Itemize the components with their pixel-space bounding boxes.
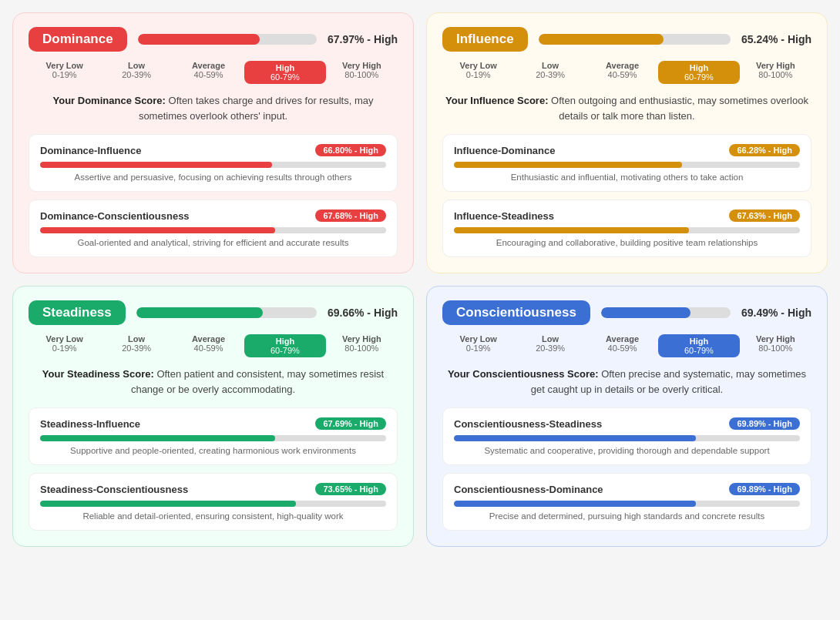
sub-card: Steadiness-Influence 67.69% - High Suppo… [29, 407, 398, 465]
header-bar-track [539, 34, 731, 45]
sub-card: Conscientiousness-Dominance 69.89% - Hig… [442, 473, 811, 531]
sub-badge: 69.89% - High [729, 483, 800, 495]
header-bar-fill [136, 307, 263, 318]
sub-badge: 69.89% - High [729, 417, 800, 430]
card-header: Conscientiousness 69.49% - High [442, 300, 811, 325]
sub-bar-track [454, 501, 800, 507]
header-bar-track [601, 307, 731, 318]
range-active: High 60-79% [244, 334, 325, 357]
sub-card-header: Steadiness-Conscientiousness 73.65% - Hi… [40, 483, 386, 495]
header-bar-fill [601, 307, 690, 318]
sub-desc: Supportive and people-oriented, creating… [40, 446, 386, 455]
sub-desc: Reliable and detail-oriented, ensuring c… [40, 511, 386, 521]
header-score: 69.66% - High [328, 307, 398, 319]
sub-card-header: Dominance-Conscientiousness 67.68% - Hig… [40, 209, 386, 222]
sub-card: Influence-Dominance 66.28% - High Enthus… [442, 134, 811, 192]
range-item: Low 20-39% [514, 334, 586, 357]
range-active: High 60-79% [658, 61, 739, 84]
sub-card-header: Dominance-Influence 66.80% - High [40, 144, 386, 156]
range-item: Low 20-39% [514, 61, 586, 84]
title-badge: Dominance [29, 27, 127, 52]
sub-bar-fill [40, 227, 275, 233]
sub-desc: Assertive and persuasive, focusing on ac… [40, 173, 386, 182]
card-description: Your Conscientiousness Score: Often prec… [442, 367, 811, 397]
sub-card: Conscientiousness-Steadiness 69.89% - Hi… [442, 407, 811, 465]
sub-bar-track [40, 227, 386, 233]
sub-card-header: Influence-Steadiness 67.63% - High [454, 209, 800, 222]
title-badge: Steadiness [29, 300, 126, 325]
card-header: Dominance 67.97% - High [29, 27, 398, 52]
sub-card-header: Steadiness-Influence 67.69% - High [40, 417, 386, 430]
range-item: Very Low 0-19% [29, 334, 100, 357]
sub-badge: 67.69% - High [315, 417, 386, 430]
sub-card-header: Conscientiousness-Dominance 69.89% - Hig… [454, 483, 800, 495]
main-grid: Dominance 67.97% - High Very Low 0-19% L… [12, 12, 828, 547]
range-active: High 60-79% [658, 334, 739, 357]
sub-card: Dominance-Conscientiousness 67.68% - Hig… [29, 199, 398, 257]
sub-card-title: Influence-Steadiness [454, 210, 554, 222]
range-item: Very Low 0-19% [29, 61, 100, 84]
sub-card-title: Conscientiousness-Dominance [454, 484, 603, 495]
sub-badge: 67.68% - High [315, 209, 386, 222]
sub-desc: Systematic and cooperative, providing th… [454, 446, 800, 455]
card-dominance: Dominance 67.97% - High Very Low 0-19% L… [12, 12, 414, 273]
card-description: Your Dominance Score: Often takes charge… [29, 93, 398, 123]
range-active: High 60-79% [244, 61, 325, 84]
sub-card: Dominance-Influence 66.80% - High Assert… [29, 134, 398, 192]
card-header: Influence 65.24% - High [442, 27, 811, 52]
header-bar-container [539, 34, 731, 45]
card-steadiness: Steadiness 69.66% - High Very Low 0-19% … [12, 286, 414, 547]
sub-bar-track [454, 227, 800, 233]
sub-badge: 67.63% - High [729, 209, 800, 222]
range-item: Very Low 0-19% [442, 61, 514, 84]
range-item: Very High 80-100% [740, 334, 811, 357]
sub-bar-fill [454, 227, 689, 233]
header-bar-fill [138, 34, 260, 45]
sub-bar-fill [40, 435, 275, 441]
card-description: Your Steadiness Score: Often patient and… [29, 367, 398, 397]
sub-desc: Precise and determined, pursuing high st… [454, 511, 800, 521]
range-row: Very Low 0-19% Low 20-39% Average 40-59%… [442, 61, 811, 84]
card-description: Your Influence Score: Often outgoing and… [442, 93, 811, 123]
range-item: Very High 80-100% [326, 334, 398, 357]
sub-badge: 73.65% - High [315, 483, 386, 495]
sub-bar-fill [454, 501, 696, 507]
header-bar-fill [539, 34, 664, 45]
range-item: Very Low 0-19% [442, 334, 514, 357]
sub-bar-fill [454, 162, 682, 168]
header-score: 65.24% - High [741, 33, 811, 45]
range-row: Very Low 0-19% Low 20-39% Average 40-59%… [29, 61, 398, 84]
sub-badge: 66.28% - High [729, 144, 800, 156]
header-score: 69.49% - High [741, 307, 811, 319]
sub-card-title: Steadiness-Conscientiousness [40, 484, 188, 495]
range-item: Low 20-39% [100, 61, 172, 84]
range-item: Average 40-59% [173, 61, 244, 84]
range-row: Very Low 0-19% Low 20-39% Average 40-59%… [29, 334, 398, 357]
sub-desc: Goal-oriented and analytical, striving f… [40, 238, 386, 247]
sub-card-title: Influence-Dominance [454, 145, 555, 156]
header-bar-container [138, 34, 317, 45]
header-bar-container [136, 307, 317, 318]
sub-card-header: Conscientiousness-Steadiness 69.89% - Hi… [454, 417, 800, 430]
sub-bar-track [40, 162, 386, 168]
sub-card-title: Conscientiousness-Steadiness [454, 418, 602, 430]
range-item: Average 40-59% [586, 61, 658, 84]
sub-bar-track [454, 162, 800, 168]
sub-bar-track [40, 435, 386, 441]
header-score: 67.97% - High [328, 33, 398, 45]
sub-bar-fill [40, 162, 272, 168]
range-item: Low 20-39% [100, 334, 172, 357]
title-badge: Influence [442, 27, 528, 52]
range-item: Average 40-59% [586, 334, 658, 357]
sub-badge: 66.80% - High [315, 144, 386, 156]
sub-bar-track [454, 435, 800, 441]
sub-desc: Encouraging and collaborative, building … [454, 238, 800, 247]
sub-bar-fill [40, 501, 296, 507]
sub-card-title: Dominance-Conscientiousness [40, 210, 190, 222]
card-conscientiousness: Conscientiousness 69.49% - High Very Low… [426, 286, 828, 547]
sub-card-title: Steadiness-Influence [40, 418, 140, 430]
card-influence: Influence 65.24% - High Very Low 0-19% L… [426, 12, 828, 273]
header-bar-container [601, 307, 731, 318]
header-bar-track [136, 307, 317, 318]
sub-card-title: Dominance-Influence [40, 145, 141, 156]
